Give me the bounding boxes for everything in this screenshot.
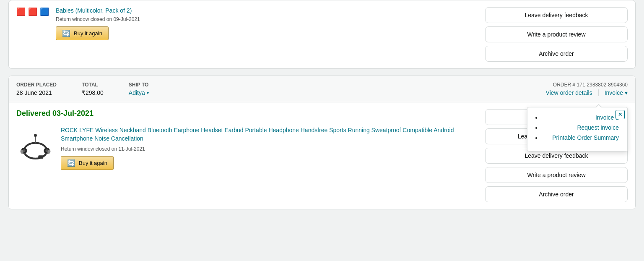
- invoice-button[interactable]: Invoice ▾: [605, 89, 628, 96]
- flag-icon-blue: 🟦: [40, 7, 49, 16]
- product-title[interactable]: ROCK LYFE Wireless Neckband Bluetooth Ea…: [61, 126, 478, 143]
- svg-rect-7: [38, 155, 43, 159]
- top-action-buttons: Leave delivery feedback Write a product …: [485, 7, 628, 62]
- order-placed-date: 28 June 2021: [16, 89, 57, 96]
- ship-to-name: Aditya: [129, 89, 145, 96]
- order-total-value: ₹298.00: [82, 89, 104, 96]
- svg-point-0: [24, 143, 47, 158]
- invoice-menu-list: Invoice 1 Request invoice Printable Orde…: [534, 114, 619, 141]
- page-wrapper: 🟥 🟥 🟦 Babies (Multicolor, Pack of 2) Ret…: [0, 0, 644, 209]
- order-ship-label: SHIP TO: [129, 82, 149, 88]
- top-archive-button[interactable]: Archive order: [485, 46, 628, 62]
- earphone-product-svg: [18, 128, 53, 163]
- order-placed-col: ORDER PLACED 28 June 2021: [16, 82, 57, 96]
- invoice-menu-item-1: Invoice 1: [542, 114, 619, 121]
- invoice-menu-item-2: Request invoice: [542, 124, 619, 131]
- order-placed-label: ORDER PLACED: [16, 82, 57, 88]
- order-total-col: TOTAL ₹298.00: [82, 82, 104, 96]
- invoice-dropdown: ✕ Invoice 1 Request invoice Printable Or…: [527, 107, 628, 151]
- flag-icon-dark: 🟥: [28, 7, 37, 16]
- product-row: ROCK LYFE Wireless Neckband Bluetooth Ea…: [16, 126, 478, 170]
- top-product-info: Babies (Multicolor, Pack of 2) Return wi…: [56, 7, 478, 40]
- top-return-window: Return window closed on 09-Jul-2021: [56, 16, 478, 22]
- return-window: Return window closed on 11-Jul-2021: [61, 146, 478, 152]
- printable-summary-link[interactable]: Printable Order Summary: [552, 134, 619, 141]
- archive-order-button[interactable]: Archive order: [485, 186, 628, 202]
- order-ship-col: SHIP TO Aditya ▾: [129, 82, 149, 96]
- product-info: ROCK LYFE Wireless Neckband Bluetooth Ea…: [61, 126, 478, 170]
- main-order-card: ORDER PLACED 28 June 2021 TOTAL ₹298.00 …: [8, 76, 636, 209]
- buy-again-button[interactable]: 🔄 Buy it again: [61, 156, 114, 170]
- order-links: View order details Invoice ▾ ✕: [546, 89, 628, 96]
- product-image: [16, 126, 54, 164]
- top-leave-feedback-button[interactable]: Leave delivery feedback: [485, 7, 628, 23]
- top-write-review-button[interactable]: Write a product review: [485, 26, 628, 42]
- ship-to-dropdown[interactable]: Aditya ▾: [129, 89, 149, 96]
- dropdown-arrow: [595, 104, 602, 107]
- order-number: ORDER # 171-2983802-8904360: [546, 82, 628, 88]
- order-header: ORDER PLACED 28 June 2021 TOTAL ₹298.00 …: [9, 76, 635, 102]
- top-product-title[interactable]: Babies (Multicolor, Pack of 2): [56, 7, 478, 14]
- delivery-status: Delivered 03-Jul-2021: [16, 109, 478, 118]
- top-buy-again-button[interactable]: 🔄 Buy it again: [56, 26, 109, 40]
- request-invoice-link[interactable]: Request invoice: [577, 124, 619, 131]
- write-review-button[interactable]: Write a product review: [485, 167, 628, 183]
- link-divider: [598, 89, 599, 96]
- order-total-label: TOTAL: [82, 82, 104, 88]
- chevron-down-icon: ▾: [147, 91, 149, 95]
- invoice-menu-item-3: Printable Order Summary: [542, 134, 619, 141]
- top-order-card: 🟥 🟥 🟦 Babies (Multicolor, Pack of 2) Ret…: [8, 0, 636, 69]
- cart-icon: 🔄: [62, 29, 70, 37]
- order-product-section: Delivered 03-Jul-2021: [16, 109, 478, 170]
- invoice-chevron-icon: ▾: [625, 89, 628, 96]
- svg-point-8: [34, 134, 37, 137]
- invoice-container: Invoice ▾ ✕ Invoice 1: [605, 89, 628, 96]
- flag-icon-red: 🟥: [16, 7, 26, 16]
- order-header-right: ORDER # 171-2983802-8904360 View order d…: [546, 82, 628, 96]
- buy-again-cart-icon: 🔄: [67, 159, 75, 167]
- dropdown-close-button[interactable]: ✕: [615, 110, 625, 119]
- view-order-details-link[interactable]: View order details: [546, 89, 592, 96]
